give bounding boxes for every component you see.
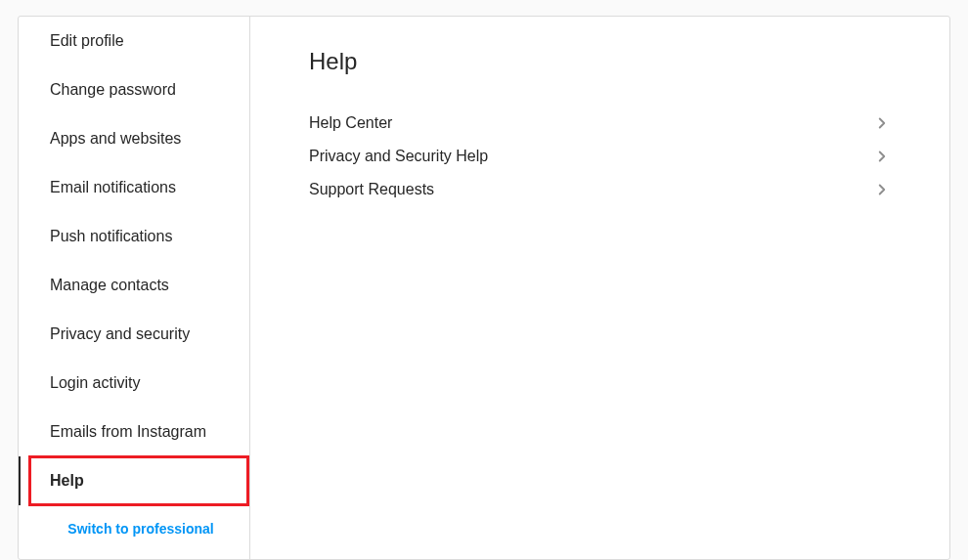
- highlight-annotation: Help: [19, 456, 249, 505]
- page-title: Help: [309, 48, 891, 75]
- sidebar-item-help[interactable]: Help: [19, 456, 249, 505]
- sidebar-item-edit-profile[interactable]: Edit profile: [19, 17, 249, 65]
- switch-link-label: Switch to professional: [67, 521, 213, 537]
- chevron-right-icon: [873, 114, 891, 132]
- chevron-right-icon: [873, 181, 891, 198]
- help-item-label: Support Requests: [309, 181, 434, 198]
- sidebar-item-emails-from-instagram[interactable]: Emails from Instagram: [19, 408, 249, 456]
- help-item-help-center[interactable]: Help Center: [309, 107, 891, 140]
- sidebar-item-privacy-security[interactable]: Privacy and security: [19, 310, 249, 359]
- sidebar-item-label: Privacy and security: [50, 325, 190, 342]
- chevron-right-icon: [873, 148, 891, 165]
- settings-sidebar: Edit profile Change password Apps and we…: [19, 17, 250, 559]
- help-item-label: Privacy and Security Help: [309, 148, 488, 165]
- sidebar-item-email-notifications[interactable]: Email notifications: [19, 163, 249, 212]
- sidebar-item-label: Login activity: [50, 374, 141, 391]
- help-item-label: Help Center: [309, 114, 392, 132]
- sidebar-item-apps-websites[interactable]: Apps and websites: [19, 114, 249, 163]
- sidebar-item-label: Manage contacts: [50, 277, 169, 293]
- sidebar-item-label: Apps and websites: [50, 130, 181, 147]
- sidebar-item-label: Emails from Instagram: [50, 423, 206, 440]
- sidebar-item-label: Change password: [50, 81, 176, 98]
- sidebar-item-label: Push notifications: [50, 228, 172, 244]
- sidebar-item-login-activity[interactable]: Login activity: [19, 359, 249, 408]
- help-item-privacy-security[interactable]: Privacy and Security Help: [309, 140, 891, 173]
- sidebar-item-change-password[interactable]: Change password: [19, 65, 249, 114]
- sidebar-item-manage-contacts[interactable]: Manage contacts: [19, 261, 249, 310]
- sidebar-item-label: Edit profile: [50, 32, 124, 49]
- settings-container: Edit profile Change password Apps and we…: [18, 16, 950, 560]
- sidebar-item-label: Help: [50, 472, 84, 489]
- switch-to-professional-link[interactable]: Switch to professional: [19, 505, 249, 552]
- main-content: Help Help Center Privacy and Security He…: [250, 17, 949, 559]
- help-item-support-requests[interactable]: Support Requests: [309, 173, 891, 206]
- sidebar-item-label: Email notifications: [50, 179, 176, 195]
- sidebar-item-push-notifications[interactable]: Push notifications: [19, 212, 249, 261]
- help-list: Help Center Privacy and Security Help Su…: [309, 107, 891, 206]
